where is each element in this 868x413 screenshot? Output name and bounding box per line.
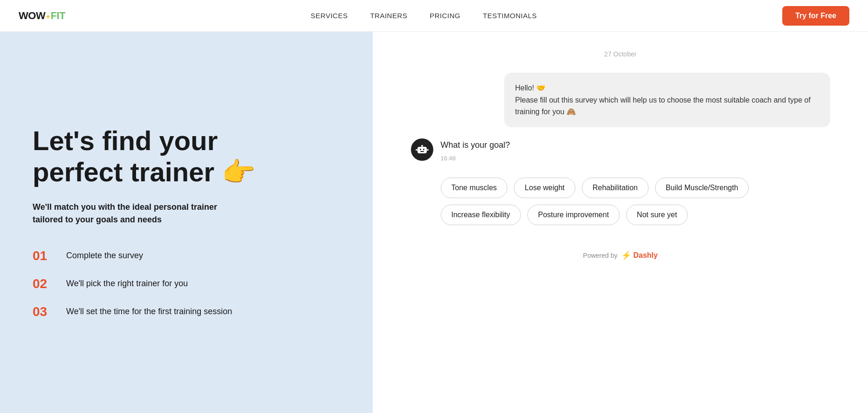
left-panel: Let's find your perfect trainer 👉 We'll … (0, 32, 373, 413)
powered-by-text: Powered by (583, 252, 617, 259)
step-1: 01 Complete the survey (33, 248, 340, 263)
bot-greeting-bubble: Hello! 🤝 Please fill out this survey whi… (504, 73, 830, 127)
step-2-number: 02 (33, 276, 57, 291)
step-2-text: We'll pick the right trainer for you (66, 279, 188, 289)
svg-rect-6 (427, 149, 429, 151)
step-3-number: 03 (33, 304, 57, 319)
bot-question-text: What is your goal? (441, 138, 510, 152)
dashly-icon: ⚡ (621, 250, 631, 261)
svg-rect-3 (420, 151, 424, 152)
step-3-text: We'll set the time for the first trainin… (66, 307, 232, 317)
bot-question-area: What is your goal? 16:48 (441, 138, 510, 162)
step-1-number: 01 (33, 248, 57, 263)
navbar: WOW✦FIT SERVICES TRAINERS PRICING TESTIM… (0, 0, 868, 32)
svg-rect-0 (417, 147, 427, 153)
hero-title: Let's find your perfect trainer 👉 (33, 125, 340, 187)
goal-tone-muscles[interactable]: Tone muscles (441, 178, 508, 198)
bot-avatar (411, 138, 433, 161)
nav-links: SERVICES TRAINERS PRICING TESTIMONIALS (311, 12, 537, 20)
goal-build-muscle[interactable]: Build Muscle/Strength (655, 178, 749, 198)
goal-not-sure-yet[interactable]: Not sure yet (626, 205, 688, 225)
powered-by-footer: Powered by ⚡ Dashly (411, 250, 830, 261)
chat-container: 27 October Hello! 🤝 Please fill out this… (411, 50, 830, 261)
dashly-name: Dashly (633, 251, 657, 260)
nav-services[interactable]: SERVICES (311, 12, 348, 20)
main-content: Let's find your perfect trainer 👉 We'll … (0, 32, 868, 413)
goal-options: Tone muscles Lose weight Rehabilitation … (411, 178, 830, 225)
logo-wow: WOW (19, 10, 45, 21)
chat-date: 27 October (411, 50, 830, 58)
goal-rehabilitation[interactable]: Rehabilitation (582, 178, 649, 198)
svg-rect-2 (423, 149, 424, 150)
nav-trainers[interactable]: TRAINERS (370, 12, 407, 20)
goal-increase-flexibility[interactable]: Increase flexibility (441, 205, 521, 225)
steps-list: 01 Complete the survey 02 We'll pick the… (33, 248, 340, 319)
goal-posture-improvement[interactable]: Posture improvement (527, 205, 620, 225)
hero-subtitle: We'll match you with the ideal personal … (33, 201, 247, 226)
step-1-text: Complete the survey (66, 251, 143, 261)
dashly-brand: ⚡ Dashly (621, 250, 657, 261)
nav-testimonials[interactable]: TESTIMONIALS (483, 12, 537, 20)
step-3: 03 We'll set the time for the first trai… (33, 304, 340, 319)
svg-rect-1 (420, 149, 421, 150)
right-panel: 27 October Hello! 🤝 Please fill out this… (373, 32, 868, 413)
logo: WOW✦FIT (19, 10, 65, 22)
bot-time: 16:48 (441, 155, 510, 162)
svg-rect-4 (421, 145, 423, 147)
nav-pricing[interactable]: PRICING (430, 12, 460, 20)
logo-fit: FIT (51, 10, 66, 21)
step-2: 02 We'll pick the right trainer for you (33, 276, 340, 291)
goal-lose-weight[interactable]: Lose weight (514, 178, 575, 198)
try-for-free-button[interactable]: Try for Free (782, 6, 849, 26)
svg-rect-5 (416, 149, 417, 151)
bot-question-row: What is your goal? 16:48 (411, 138, 830, 162)
